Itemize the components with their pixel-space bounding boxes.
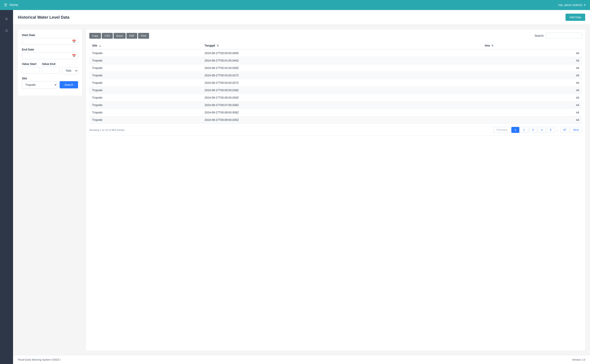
end-date-label: End Date	[22, 48, 78, 51]
table-row: Tropodo 2024-08-27T00:00:00.009Z 44	[89, 49, 582, 57]
cell-tanggal: 2024-08-27T00:09:00.035Z	[202, 116, 482, 124]
page-87-button[interactable]: 87	[560, 127, 570, 133]
column-site[interactable]: Site ▲	[89, 42, 202, 49]
site-group: Site Tropodo Search	[22, 77, 78, 88]
end-date-calendar-icon[interactable]: 📅	[72, 54, 76, 58]
cell-tma: 44	[482, 49, 582, 57]
site-row: Tropodo Search	[22, 81, 78, 88]
table-row: Tropodo 2024-08-27T00:02:00.009Z 44	[89, 64, 582, 72]
start-date-input[interactable]: 27/08/2024	[22, 38, 78, 45]
table-row: Tropodo 2024-08-27T00:04:00.007Z 44	[89, 79, 582, 87]
navbar: ☰ Home Hai, admin (Admin) ▼	[0, 0, 590, 10]
cell-site: Tropodo	[89, 64, 202, 72]
scrollbar-area[interactable]	[89, 135, 582, 137]
value-end-label: Value End	[42, 62, 60, 65]
sort-icon-site: ▲	[99, 44, 101, 47]
search-button[interactable]: Search	[60, 81, 78, 88]
home-icon: ⌂	[5, 16, 8, 21]
search-input[interactable]	[546, 33, 582, 39]
table-row: Tropodo 2024-08-27T00:05:00.038Z 44	[89, 87, 582, 94]
footer-version: Version 1.0	[572, 358, 585, 361]
cell-site: Tropodo	[89, 57, 202, 64]
sidebar-item-warning[interactable]: ⚠	[2, 26, 11, 35]
table-footer: Showing 1 to 10 of 864 entries Previous …	[89, 127, 582, 133]
print-button[interactable]: Print	[138, 33, 149, 39]
table-header: Site ▲ Tanggal ⇅ tma ⇅	[89, 42, 582, 49]
site-label: Site	[22, 77, 78, 80]
column-tma[interactable]: tma ⇅	[482, 42, 582, 49]
csv-button[interactable]: CSV	[102, 33, 113, 39]
navbar-user[interactable]: Hai, admin (Admin) ▼	[558, 3, 586, 6]
filter-panel: Start Date 27/08/2024 📅 End Date 28/08/2…	[18, 29, 82, 96]
toolbar-buttons: Copy CSV Excel PDF Print	[89, 33, 149, 39]
page-2-button[interactable]: 2	[520, 127, 528, 133]
value-start-group: Value Start 0	[22, 62, 40, 74]
table-row: Tropodo 2024-08-27T00:09:00.035Z 44	[89, 116, 582, 124]
cell-tma: 44	[482, 72, 582, 79]
value-range-row: Value Start 0 Value End 999 TMA	[22, 62, 78, 77]
cell-tma: 44	[482, 79, 582, 87]
cell-tanggal: 2024-08-27T00:04:00.007Z	[202, 79, 482, 87]
add-data-button[interactable]: Add Data	[565, 14, 585, 21]
tma-select-wrapper: TMA	[62, 67, 78, 74]
hamburger-icon[interactable]: ☰	[4, 3, 7, 7]
end-date-input[interactable]: 28/08/2024	[22, 52, 78, 59]
cell-tanggal: 2024-08-27T00:05:00.038Z	[202, 87, 482, 94]
start-date-group: Start Date 27/08/2024 📅	[22, 33, 78, 45]
page-4-button[interactable]: 4	[538, 127, 546, 133]
cell-tma: 44	[482, 116, 582, 124]
chevron-down-icon: ▼	[583, 4, 586, 6]
cell-tanggal: 2024-08-27T00:06:00.009Z	[202, 94, 482, 101]
entries-info: Showing 1 to 10 of 864 entries	[89, 129, 125, 131]
data-table: Site ▲ Tanggal ⇅ tma ⇅	[89, 42, 582, 124]
copy-button[interactable]: Copy	[89, 33, 101, 39]
cell-tanggal: 2024-08-27T00:00:00.009Z	[202, 49, 482, 57]
cell-site: Tropodo	[89, 87, 202, 94]
page-title: Historical Water Level Data	[18, 15, 69, 20]
page-header: Historical Water Level Data Add Data	[13, 10, 590, 25]
cell-site: Tropodo	[89, 101, 202, 109]
sidebar: ⌂ ⚠	[0, 10, 13, 364]
cell-site: Tropodo	[89, 79, 202, 87]
sidebar-item-home[interactable]: ⌂	[2, 14, 11, 23]
table-header-row: Site ▲ Tanggal ⇅ tma ⇅	[89, 42, 582, 49]
site-select[interactable]: Tropodo	[22, 81, 57, 88]
table-row: Tropodo 2024-08-27T00:06:00.009Z 44	[89, 94, 582, 101]
cell-tanggal: 2024-08-27T00:02:00.009Z	[202, 64, 482, 72]
content-area: Historical Water Level Data Add Data Sta…	[13, 10, 590, 364]
content-body: Start Date 27/08/2024 📅 End Date 28/08/2…	[13, 25, 590, 355]
column-tanggal[interactable]: Tanggal ⇅	[202, 42, 482, 49]
cell-tanggal: 2024-08-27T00:07:00.038Z	[202, 101, 482, 109]
page-5-button[interactable]: 5	[547, 127, 555, 133]
cell-tma: 44	[482, 101, 582, 109]
page-3-button[interactable]: 3	[529, 127, 537, 133]
pdf-button[interactable]: PDF	[127, 33, 137, 39]
column-tanggal-label: Tanggal	[204, 44, 215, 47]
value-start-label: Value Start	[22, 62, 40, 65]
warning-icon: ⚠	[5, 28, 8, 33]
value-start-input[interactable]: 0	[22, 67, 40, 74]
table-body: Tropodo 2024-08-27T00:00:00.009Z 44 Trop…	[89, 49, 582, 124]
navbar-left: ☰ Home	[4, 3, 18, 7]
table-row: Tropodo 2024-08-27T00:03:00.037Z 44	[89, 72, 582, 79]
excel-button[interactable]: Excel	[114, 33, 126, 39]
value-end-input[interactable]: 999	[42, 67, 60, 74]
table-row: Tropodo 2024-08-27T00:01:00.040Z 44	[89, 57, 582, 64]
tma-select[interactable]: TMA	[62, 67, 78, 74]
next-button[interactable]: Next	[570, 127, 582, 133]
end-date-group: End Date 28/08/2024 📅	[22, 48, 78, 59]
start-date-input-wrapper: 27/08/2024 📅	[22, 38, 78, 45]
column-tma-label: tma	[485, 44, 490, 47]
data-panel: Copy CSV Excel PDF Print Search:	[86, 29, 585, 350]
cell-tma: 44	[482, 94, 582, 101]
page-ellipsis: ...	[556, 127, 559, 133]
value-end-group: Value End 999	[42, 62, 60, 74]
cell-tanggal: 2024-08-27T00:08:00.008Z	[202, 109, 482, 116]
footer: Flood Early Warning System ©2023 / Versi…	[13, 355, 590, 364]
cell-site: Tropodo	[89, 49, 202, 57]
previous-button[interactable]: Previous	[493, 127, 510, 133]
page-1-button[interactable]: 1	[511, 127, 519, 133]
footer-copyright: Flood Early Warning System ©2023 /	[18, 358, 61, 361]
search-label: Search:	[535, 34, 544, 37]
start-date-calendar-icon[interactable]: 📅	[72, 39, 76, 43]
